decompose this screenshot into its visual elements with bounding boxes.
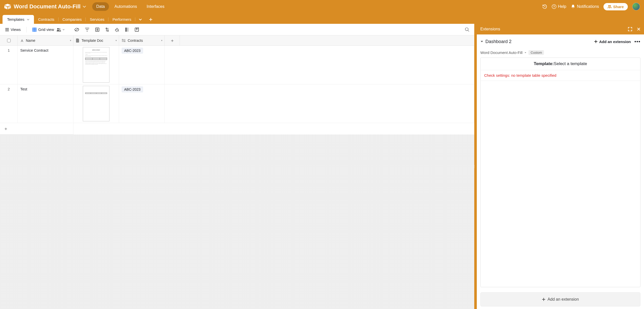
table-tab-contracts[interactable]: Contracts [34,15,58,24]
svg-marker-1 [4,6,7,9]
filter-icon[interactable] [85,28,89,32]
table-row[interactable]: 1 Service Contract SERVICE CONTRACT Lore… [0,46,474,84]
color-icon[interactable] [115,27,119,32]
row-number: 1 [0,46,18,84]
grid: Name ▾ Template Doc ▾ Contracts ▾ ＋ [0,35,474,309]
dashboard-title[interactable]: Dashboard 2 [485,39,512,44]
add-extension-button[interactable]: Add an extension [480,292,640,306]
help-button[interactable]: ? Help [552,4,566,9]
svg-point-5 [608,5,610,7]
expand-icon[interactable] [628,27,632,31]
row-number: 2 [0,84,18,123]
svg-point-8 [57,28,59,30]
cell-name[interactable]: Service Contract [18,46,73,84]
share-button[interactable]: Share [603,3,628,10]
sort-icon[interactable] [105,27,109,32]
top-nav: Data Automations Interfaces [92,2,168,11]
svg-text:?: ? [553,5,555,8]
base-name[interactable]: Word Document Auto-Fill [14,3,81,10]
search-icon[interactable] [463,26,471,34]
chevron-down-icon[interactable] [83,5,86,8]
base-icon [4,3,11,10]
template-selector[interactable]: Template:Select a template [481,58,640,70]
contract-pill[interactable]: ABC-2023 [122,48,143,54]
cell-contracts[interactable]: ABC-2023 [119,46,165,84]
avatar[interactable] [632,3,640,10]
text-icon [20,39,24,42]
document-thumbnail: SERVICE CONTRACT Lorem ipsum dolor sit a… [83,47,109,83]
svg-rect-13 [125,28,127,32]
share-view-icon[interactable] [135,27,139,32]
chevron-down-icon[interactable]: ▾ [116,39,117,42]
add-extension-link[interactable]: Add an extension [594,40,631,44]
cell-contracts[interactable]: ABC-2023 [119,84,165,123]
table-tabs: Templates Contracts Companies Services P… [0,13,644,24]
svg-rect-14 [127,28,128,32]
chevron-down-icon [27,18,29,21]
table-row[interactable]: 2 Test ABC-2023 [0,84,474,123]
column-header-name[interactable]: Name ▾ [18,35,73,45]
nav-interfaces[interactable]: Interfaces [143,2,168,11]
close-icon[interactable] [637,27,640,31]
nav-automations[interactable]: Automations [110,2,141,11]
svg-point-6 [610,5,611,7]
file-icon [76,38,80,43]
more-icon[interactable]: ••• [634,39,640,45]
chevron-down-icon[interactable] [524,52,526,54]
chevron-down-icon [63,29,65,31]
add-table-icon[interactable] [145,15,156,24]
custom-badge: Custom [528,50,544,55]
svg-point-12 [118,30,119,31]
svg-point-9 [59,28,61,30]
extensions-header: Extensions [477,24,644,34]
svg-marker-0 [4,4,11,6]
table-tab-templates[interactable]: Templates [3,15,34,24]
plus-icon [542,298,545,301]
view-toolbar: Views Grid view [0,24,474,35]
link-icon [122,39,126,42]
nav-data[interactable]: Data [92,2,109,11]
svg-rect-7 [32,28,36,32]
grid-view-button[interactable]: Grid view [30,26,67,33]
table-tab-performers[interactable]: Performers [108,15,135,24]
svg-marker-2 [8,6,11,9]
extension-name[interactable]: Word Document Auto-Fill [480,50,522,55]
table-tab-companies[interactable]: Companies [59,15,86,24]
cell-name[interactable]: Test [18,84,73,123]
extension-card: Template:Select a template Check setting… [480,57,640,287]
chevron-down-icon[interactable]: ▾ [161,39,162,42]
pane-resize-handle[interactable]: ⋮⋮ [474,24,477,309]
group-icon[interactable] [95,27,100,32]
select-all-checkbox[interactable] [0,35,18,45]
cell-template-doc[interactable]: SERVICE CONTRACT Lorem ipsum dolor sit a… [73,46,119,84]
grid-icon [32,27,37,32]
notifications-button[interactable]: Notifications [571,4,599,9]
tables-more-icon[interactable] [135,16,145,23]
collapse-icon[interactable] [480,40,483,43]
document-thumbnail [83,86,109,121]
table-tab-services[interactable]: Services [86,15,108,24]
hide-fields-icon[interactable] [74,28,79,32]
chevron-down-icon[interactable]: ▾ [70,39,71,42]
error-message: Check settings: no template table specif… [481,70,640,81]
column-header-contracts[interactable]: Contracts ▾ [119,35,165,45]
svg-point-16 [465,28,468,31]
cell-template-doc[interactable] [73,84,119,123]
people-icon [56,28,61,31]
plus-icon [594,40,598,43]
app-header: Word Document Auto-Fill Data Automations… [0,0,644,13]
menu-icon [5,28,9,32]
views-button[interactable]: Views [3,26,23,33]
column-header-template-doc[interactable]: Template Doc ▾ [73,35,119,45]
add-column-button[interactable]: ＋ [165,35,180,45]
row-height-icon[interactable] [125,27,129,32]
add-row-button[interactable]: ＋ [0,123,73,134]
svg-line-17 [468,30,469,31]
contract-pill[interactable]: ABC-2023 [122,86,143,92]
history-icon[interactable] [542,4,547,9]
